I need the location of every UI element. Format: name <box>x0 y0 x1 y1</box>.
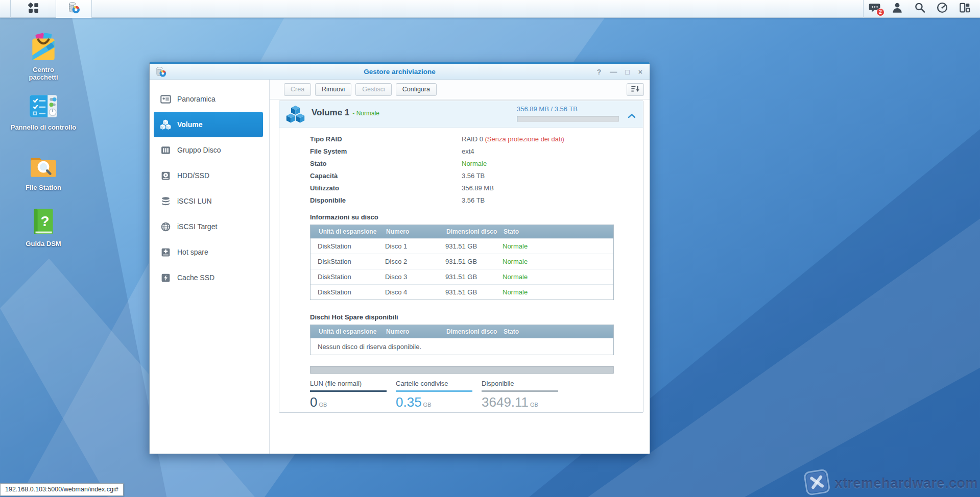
user-menu-button[interactable] <box>886 0 909 18</box>
detail-row-filesystem: File System ext4 <box>310 145 614 157</box>
maximize-button[interactable]: □ <box>625 68 629 76</box>
volume-status: - Normale <box>352 110 379 117</box>
sidebar-item-label: Gruppo Disco <box>177 146 221 154</box>
detail-label: File System <box>310 147 462 155</box>
collapse-all-button[interactable] <box>627 83 644 96</box>
stat-value: 3649.11GB <box>482 394 558 412</box>
detail-label: Stato <box>310 160 462 167</box>
create-button[interactable]: Crea <box>284 83 311 96</box>
storage-manager-window: Gestore archiviazione ? — □ × Panoramica <box>149 62 650 454</box>
window-controls: ? — □ × <box>597 64 642 80</box>
desktop-icon-file-station[interactable]: File Station <box>8 150 79 191</box>
stat-shared-folders: Cartelle condivise 0.35GB <box>396 380 472 412</box>
sidebar-item-label: HDD/SSD <box>177 171 209 180</box>
col-header-unit: Unità di espansione <box>310 228 378 235</box>
detail-row-status: Stato Normale <box>310 157 614 169</box>
cell-size: 931.51 GB <box>438 258 495 265</box>
volume-usage-block: 356.89 MB / 3.56 TB <box>517 105 619 122</box>
col-header-size: Dimensioni disco <box>438 228 495 235</box>
sidebar-item-hdd-ssd[interactable]: HDD/SSD <box>154 163 263 188</box>
sidebar-item-label: Panoramica <box>177 95 216 103</box>
svg-text:?: ? <box>41 213 50 229</box>
disk-info-title: Informazioni su disco <box>310 213 614 221</box>
grid-menu-icon <box>27 2 40 16</box>
minimize-button[interactable]: — <box>610 68 616 76</box>
disk-row-4[interactable]: DiskStation Disco 4 931.51 GB Normale <box>310 284 613 300</box>
sidebar-item-panoramica[interactable]: Panoramica <box>154 86 263 112</box>
cell-number: Disco 2 <box>378 258 438 265</box>
cell-size: 931.51 GB <box>438 288 495 296</box>
col-header-number: Numero <box>378 328 438 335</box>
detail-row-available: Disponibile 3.56 TB <box>310 194 614 206</box>
detail-value: 3.56 TB <box>462 196 485 204</box>
sidebar-item-label: iSCSI Target <box>177 222 217 231</box>
search-button[interactable] <box>909 0 931 18</box>
detail-label: Tipo RAID <box>310 135 462 143</box>
user-icon <box>891 2 903 16</box>
detail-label: Disponibile <box>310 196 462 204</box>
sidebar-item-iscsi-target[interactable]: iSCSI Target <box>154 214 263 239</box>
sidebar-item-hot-spare[interactable]: Hot spare <box>154 239 263 265</box>
notification-badge: 2 <box>876 8 885 16</box>
desktop-icon-package-center[interactable]: Centro pacchetti <box>8 32 79 81</box>
file-station-icon <box>8 150 79 181</box>
sidebar-item-volume[interactable]: Volume <box>154 112 263 137</box>
collapse-chevron-button[interactable] <box>628 111 636 120</box>
sidebar-item-iscsi-lun[interactable]: iSCSI LUN <box>154 188 263 214</box>
volume-name: Volume 1 <box>312 108 349 117</box>
cell-size: 931.51 GB <box>438 242 495 250</box>
stat-number: 3649.11 <box>482 394 529 410</box>
col-header-unit: Unità di espansione <box>310 328 378 335</box>
storage-sidebar: Panoramica <box>150 80 270 454</box>
hot-spare-table-header: Unità di espansione Numero Dimensioni di… <box>310 325 613 338</box>
sidebar-item-cache-ssd[interactable]: Cache SSD <box>154 265 263 290</box>
disk-row-3[interactable]: DiskStation Disco 3 931.51 GB Normale <box>310 269 613 284</box>
cell-status: Normale <box>495 273 613 281</box>
configure-button[interactable]: Configura <box>396 83 437 96</box>
help-button[interactable]: ? <box>597 68 602 76</box>
widgets-button[interactable] <box>953 0 976 18</box>
hot-spare-title: Dischi Hot Spare disponibili <box>310 313 614 321</box>
volume-content-pane: Crea Rimuovi Gestisci Configura <box>270 80 650 454</box>
toolbar: Crea Rimuovi Gestisci Configura <box>270 80 650 100</box>
stat-unit: GB <box>530 402 538 408</box>
desktop-icon-control-panel[interactable]: Pannello di controllo <box>8 89 79 131</box>
taskbar-right-icons: 2 <box>863 0 980 18</box>
close-button[interactable]: × <box>638 68 642 76</box>
main-menu-button[interactable] <box>11 0 56 18</box>
stat-available: Disponibile 3649.11GB <box>482 380 558 412</box>
col-header-status: Stato <box>495 328 613 335</box>
storage-manager-icon <box>67 1 81 17</box>
sidebar-item-gruppo-disco[interactable]: Gruppo Disco <box>154 137 263 163</box>
disk-row-1[interactable]: DiskStation Disco 1 931.51 GB Normale <box>310 238 613 254</box>
sidebar-item-label: iSCSI LUN <box>177 197 212 205</box>
desktop-icon-label: Guida DSM <box>8 240 79 247</box>
volume-cubes-icon <box>160 119 171 130</box>
panel-layout-icon <box>959 2 971 16</box>
remove-button[interactable]: Rimuovi <box>315 83 351 96</box>
volume-card-header[interactable]: Volume 1- Normale 356.89 MB / 3.56 TB <box>279 101 643 128</box>
disk-row-2[interactable]: DiskStation Disco 2 931.51 GB Normale <box>310 254 613 269</box>
sort-collapse-icon <box>631 84 640 95</box>
xtremehardware-logo-icon <box>802 467 832 497</box>
sidebar-item-label: Volume <box>177 120 203 129</box>
cell-unit: DiskStation <box>310 258 378 265</box>
cell-number: Disco 1 <box>378 242 438 250</box>
manage-button[interactable]: Gestisci <box>355 83 391 96</box>
notifications-button[interactable]: 2 <box>864 0 886 18</box>
hot-spare-table: Unità di espansione Numero Dimensioni di… <box>310 325 614 355</box>
stat-underline <box>310 390 387 392</box>
detail-value: ext4 <box>462 147 474 155</box>
desktop-icon-dsm-help[interactable]: ? Guida DSM <box>8 206 79 247</box>
window-titlebar[interactable]: Gestore archiviazione ? — □ × <box>150 62 650 80</box>
hot-spare-plus-icon <box>160 246 171 258</box>
cell-status: Normale <box>495 258 613 265</box>
cell-status: Normale <box>495 288 613 296</box>
volume-usage-bar <box>517 116 619 122</box>
taskbar-app-storage-manager[interactable] <box>56 0 92 18</box>
resource-monitor-button[interactable] <box>931 0 953 18</box>
stat-underline <box>396 390 472 392</box>
stat-unit: GB <box>423 402 432 408</box>
detail-value-status: Normale <box>462 160 487 167</box>
volume-card: Volume 1- Normale 356.89 MB / 3.56 TB <box>279 101 643 413</box>
